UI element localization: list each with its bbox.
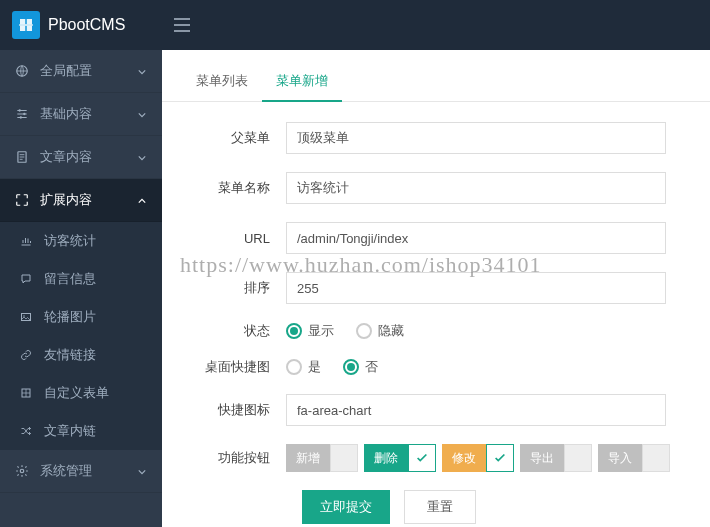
fn-add-check[interactable] (330, 444, 358, 472)
sidebar-item-system[interactable]: 系统管理 (0, 450, 162, 493)
sidebar-item-global[interactable]: 全局配置 (0, 50, 162, 93)
radio-shortcut-yes[interactable]: 是 (286, 358, 321, 376)
label-sort: 排序 (186, 279, 286, 297)
fn-modify-check[interactable] (486, 444, 514, 472)
sidebar-item-label: 自定义表单 (44, 384, 148, 402)
label-status: 状态 (186, 322, 286, 340)
expand-icon (14, 193, 30, 207)
label-icon: 快捷图标 (186, 401, 286, 419)
sidebar-item-label: 基础内容 (40, 105, 138, 123)
sidebar-sub-message[interactable]: 留言信息 (0, 260, 162, 298)
sidebar-item-label: 轮播图片 (44, 308, 148, 326)
fn-add-button[interactable]: 新增 (286, 444, 330, 472)
sidebar-item-article[interactable]: 文章内容 (0, 136, 162, 179)
url-input[interactable] (286, 222, 666, 254)
image-icon (18, 311, 34, 323)
chevron-up-icon (138, 193, 148, 208)
tab-menu-list[interactable]: 菜单列表 (182, 62, 262, 101)
tab-menu-add[interactable]: 菜单新增 (262, 62, 342, 102)
sidebar-sub-slide[interactable]: 轮播图片 (0, 298, 162, 336)
shuffle-icon (18, 425, 34, 437)
brand-text: PbootCMS (48, 16, 125, 34)
svg-point-8 (20, 469, 24, 473)
document-icon (14, 150, 30, 164)
sidebar-item-label: 扩展内容 (40, 191, 138, 209)
main-content: 菜单列表 菜单新增 父菜单 菜单名称 URL 排序 状态 (162, 50, 710, 527)
tabs: 菜单列表 菜单新增 (162, 62, 710, 102)
globe-icon (14, 64, 30, 78)
reset-button[interactable]: 重置 (404, 490, 476, 524)
sliders-icon (14, 107, 30, 121)
form-icon (18, 387, 34, 399)
label-fn: 功能按钮 (186, 449, 286, 467)
label-shortcut: 桌面快捷图 (186, 358, 286, 376)
logo-area[interactable]: PbootCMS (0, 0, 162, 50)
submit-button[interactable]: 立即提交 (302, 490, 390, 524)
link-icon (18, 349, 34, 361)
chevron-down-icon (138, 464, 148, 479)
sort-input[interactable] (286, 272, 666, 304)
sidebar-sub-innerlink[interactable]: 文章内链 (0, 412, 162, 450)
label-name: 菜单名称 (186, 179, 286, 197)
sidebar-item-label: 留言信息 (44, 270, 148, 288)
chevron-down-icon (138, 64, 148, 79)
hamburger-toggle[interactable] (162, 0, 202, 50)
sidebar: 全局配置 基础内容 文章内容 扩展内容 访客统计 留言信息 (0, 50, 162, 527)
sidebar-item-basic[interactable]: 基础内容 (0, 93, 162, 136)
sidebar-item-label: 全局配置 (40, 62, 138, 80)
radio-status-show[interactable]: 显示 (286, 322, 334, 340)
sidebar-item-label: 系统管理 (40, 462, 138, 480)
sidebar-item-label: 文章内链 (44, 422, 148, 440)
sidebar-item-expand[interactable]: 扩展内容 (0, 179, 162, 222)
fn-export-button[interactable]: 导出 (520, 444, 564, 472)
label-url: URL (186, 231, 286, 246)
submenu-expand: 访客统计 留言信息 轮播图片 友情链接 自定义表单 文章内链 (0, 222, 162, 450)
fn-delete-check[interactable] (408, 444, 436, 472)
label-parent: 父菜单 (186, 129, 286, 147)
fn-export-check[interactable] (564, 444, 592, 472)
comment-icon (18, 273, 34, 285)
fn-modify-button[interactable]: 修改 (442, 444, 486, 472)
sidebar-item-label: 友情链接 (44, 346, 148, 364)
icon-input[interactable] (286, 394, 666, 426)
sidebar-sub-visitor[interactable]: 访客统计 (0, 222, 162, 260)
svg-point-3 (20, 116, 22, 118)
gear-icon (14, 464, 30, 478)
name-input[interactable] (286, 172, 666, 204)
radio-shortcut-no[interactable]: 否 (343, 358, 378, 376)
sidebar-sub-form[interactable]: 自定义表单 (0, 374, 162, 412)
chevron-down-icon (138, 150, 148, 165)
svg-point-2 (23, 113, 25, 115)
radio-status-hide[interactable]: 隐藏 (356, 322, 404, 340)
sidebar-sub-link[interactable]: 友情链接 (0, 336, 162, 374)
parent-select[interactable] (286, 122, 666, 154)
sidebar-item-label: 访客统计 (44, 232, 148, 250)
chart-icon (18, 235, 34, 247)
fn-delete-button[interactable]: 删除 (364, 444, 408, 472)
form: 父菜单 菜单名称 URL 排序 状态 显示 隐藏 (162, 102, 710, 527)
logo-icon (12, 11, 40, 39)
fn-import-check[interactable] (642, 444, 670, 472)
chevron-down-icon (138, 107, 148, 122)
svg-point-1 (19, 109, 21, 111)
sidebar-item-label: 文章内容 (40, 148, 138, 166)
fn-import-button[interactable]: 导入 (598, 444, 642, 472)
